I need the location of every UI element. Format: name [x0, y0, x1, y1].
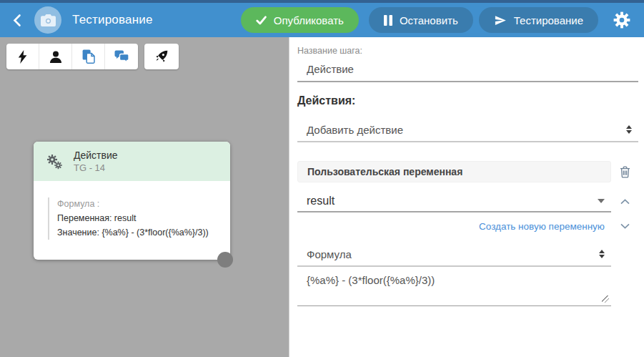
- check-icon: [256, 16, 267, 25]
- select-arrows-icon: [599, 250, 605, 258]
- back-button[interactable]: [6, 7, 27, 33]
- camera-icon: [41, 14, 56, 26]
- app-window: Тестирование Опубликовать Остановить Тес…: [0, 0, 644, 357]
- add-user-step-button[interactable]: [39, 44, 72, 69]
- launch-button[interactable]: [144, 44, 179, 69]
- resize-handle-icon[interactable]: [602, 295, 609, 303]
- expand-action-button[interactable]: [611, 219, 638, 233]
- add-trigger-button[interactable]: [6, 44, 39, 69]
- create-variable-link[interactable]: Создать новую переменную: [479, 221, 605, 232]
- rocket-icon: [154, 49, 169, 64]
- value-mode-value: Формула: [307, 248, 352, 260]
- action-block: Пользовательская переменная result: [297, 161, 638, 306]
- step-name-label: Название шага:: [297, 46, 638, 56]
- top-bar: Тестирование Опубликовать Остановить Тес…: [0, 0, 644, 37]
- action-type-box: Пользовательская переменная: [297, 161, 611, 182]
- top-bar-actions: Опубликовать Остановить Тестирование: [241, 7, 644, 33]
- publish-label: Опубликовать: [274, 14, 344, 26]
- lightning-icon: [18, 50, 27, 64]
- add-action-select[interactable]: Добавить действие: [297, 118, 638, 142]
- canvas-toolbar: [6, 44, 179, 69]
- tool-group: [6, 44, 138, 69]
- chevron-down-icon: [620, 223, 630, 229]
- add-message-button[interactable]: [105, 44, 138, 69]
- variable-value: result: [307, 195, 335, 207]
- node-titles: Действие TG - 14: [74, 150, 118, 173]
- spacer: [611, 233, 638, 267]
- copy-icon: [82, 49, 95, 64]
- action-node[interactable]: Действие TG - 14 Формула : Переменная: r…: [34, 142, 230, 260]
- chevron-up-icon: [620, 199, 630, 205]
- select-arrows-icon: [626, 125, 632, 134]
- chat-bubbles-icon: [114, 50, 129, 63]
- node-line-formula: Формула :: [57, 197, 224, 212]
- step-name-input[interactable]: [297, 56, 638, 82]
- stop-button[interactable]: Остановить: [369, 7, 473, 33]
- node-title: Действие: [74, 150, 118, 161]
- bot-avatar: [34, 6, 61, 34]
- flow-canvas[interactable]: Действие TG - 14 Формула : Переменная: r…: [0, 37, 289, 357]
- gear-icon: [613, 11, 631, 29]
- collapse-action-button[interactable]: [611, 191, 638, 212]
- actions-heading: Действия:: [297, 94, 638, 107]
- formula-field-wrap: {%a%} - (3*floor({%a%}/3)): [297, 267, 611, 306]
- gears-icon: [46, 153, 63, 170]
- step-settings-panel: Название шага: Действия: Добавить действ…: [289, 37, 644, 357]
- node-line-value: Значение: {%a%} - (3*floor({%a%}/3)): [57, 226, 224, 240]
- testing-button[interactable]: Тестирование: [479, 7, 598, 33]
- user-icon: [50, 51, 61, 63]
- trash-icon: [620, 166, 630, 178]
- node-line-variable: Переменная: result: [57, 212, 224, 226]
- node-connector[interactable]: [217, 252, 233, 268]
- add-action-value: Добавить действие: [307, 124, 403, 136]
- node-summary: Формула : Переменная: result Значение: {…: [48, 197, 224, 240]
- settings-button[interactable]: [610, 8, 634, 32]
- pause-icon: [384, 15, 392, 26]
- caret-down-icon: [598, 199, 605, 203]
- paper-plane-icon: [494, 14, 507, 26]
- create-variable-row: Создать новую переменную: [297, 219, 611, 233]
- action-node-header: Действие TG - 14: [34, 142, 230, 181]
- action-node-body: Формула : Переменная: result Значение: {…: [34, 181, 230, 240]
- stop-label: Остановить: [400, 14, 458, 26]
- value-mode-select[interactable]: Формула: [297, 243, 611, 267]
- variable-select[interactable]: result: [297, 191, 611, 212]
- chevron-left-icon: [12, 14, 21, 27]
- node-subtitle: TG - 14: [74, 162, 118, 173]
- testing-label: Тестирование: [514, 14, 583, 26]
- formula-textarea[interactable]: {%a%} - (3*floor({%a%}/3)): [297, 267, 611, 306]
- publish-button[interactable]: Опубликовать: [241, 7, 359, 33]
- copy-button[interactable]: [72, 44, 105, 69]
- delete-action-button[interactable]: [611, 161, 638, 182]
- page-title: Тестирование: [72, 13, 153, 27]
